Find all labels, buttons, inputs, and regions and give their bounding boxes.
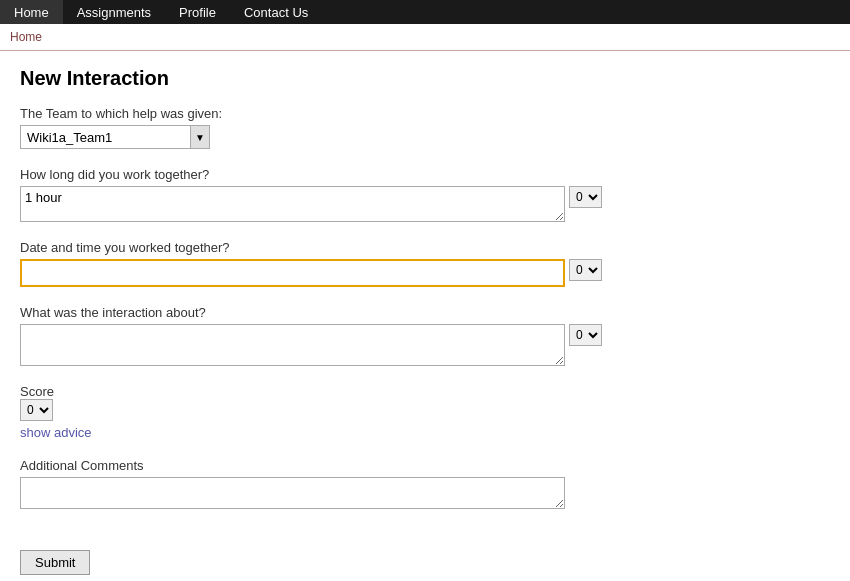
additional-label: Additional Comments bbox=[20, 458, 830, 473]
team-select-value[interactable]: Wiki1a_Team1 bbox=[20, 125, 190, 149]
nav-assignments[interactable]: Assignments bbox=[63, 0, 165, 24]
score-section: Score 0 1 2 3 4 5 show advice bbox=[20, 384, 830, 440]
interaction-section: What was the interaction about? 0 1 2 bbox=[20, 305, 830, 366]
team-label: The Team to which help was given: bbox=[20, 106, 830, 121]
duration-section: How long did you work together? 0 1 2 bbox=[20, 167, 830, 222]
score-select[interactable]: 0 1 2 3 4 5 bbox=[20, 399, 53, 421]
duration-field-row: 0 1 2 bbox=[20, 186, 830, 222]
interaction-field-row: 0 1 2 bbox=[20, 324, 830, 366]
duration-counter-select[interactable]: 0 1 2 bbox=[569, 186, 602, 208]
additional-section: Additional Comments bbox=[20, 458, 830, 512]
interaction-counter-wrap: 0 1 2 bbox=[569, 324, 602, 346]
team-select-dropdown-icon[interactable]: ▼ bbox=[190, 125, 210, 149]
nav-profile[interactable]: Profile bbox=[165, 0, 230, 24]
interaction-label: What was the interaction about? bbox=[20, 305, 830, 320]
duration-textarea[interactable] bbox=[20, 186, 565, 222]
datetime-label: Date and time you worked together? bbox=[20, 240, 830, 255]
navigation: Home Assignments Profile Contact Us bbox=[0, 0, 850, 24]
submit-button[interactable]: Submit bbox=[20, 550, 90, 575]
additional-textarea[interactable] bbox=[20, 477, 565, 509]
datetime-counter-wrap: 0 1 2 bbox=[569, 259, 602, 281]
main-content: New Interaction The Team to which help w… bbox=[0, 57, 850, 581]
datetime-counter-select[interactable]: 0 1 2 bbox=[569, 259, 602, 281]
show-advice-link[interactable]: show advice bbox=[20, 425, 830, 440]
team-section: The Team to which help was given: Wiki1a… bbox=[20, 106, 830, 149]
score-label: Score bbox=[20, 384, 830, 399]
duration-counter-wrap: 0 1 2 bbox=[569, 186, 602, 208]
page-title: New Interaction bbox=[20, 67, 830, 90]
datetime-section: Date and time you worked together? 0 1 2 bbox=[20, 240, 830, 287]
score-row: 0 1 2 3 4 5 bbox=[20, 399, 830, 421]
nav-contact[interactable]: Contact Us bbox=[230, 0, 322, 24]
duration-label: How long did you work together? bbox=[20, 167, 830, 182]
interaction-counter-select[interactable]: 0 1 2 bbox=[569, 324, 602, 346]
datetime-field-row: 0 1 2 bbox=[20, 259, 830, 287]
datetime-input[interactable] bbox=[20, 259, 565, 287]
breadcrumb-home-link[interactable]: Home bbox=[10, 30, 42, 44]
interaction-textarea[interactable] bbox=[20, 324, 565, 366]
nav-home[interactable]: Home bbox=[0, 0, 63, 24]
team-select-wrapper: Wiki1a_Team1 ▼ bbox=[20, 125, 830, 149]
breadcrumb: Home bbox=[0, 24, 850, 51]
